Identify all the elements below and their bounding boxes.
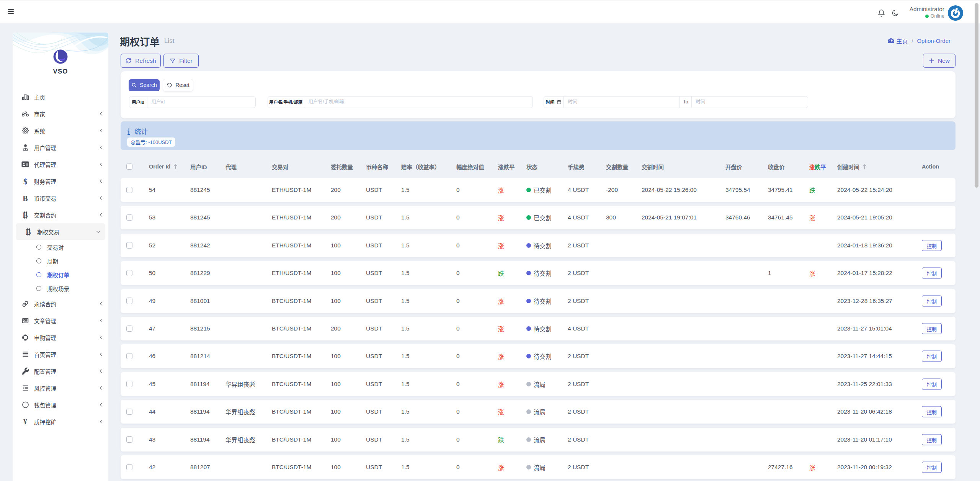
cell-fee: 4 USDT: [568, 214, 589, 221]
breadcrumb-home[interactable]: 主页: [897, 37, 908, 45]
column-header-user_id[interactable]: 用户ID: [190, 163, 207, 171]
status-dot: [526, 215, 531, 220]
column-header-amount[interactable]: 委托数量: [331, 163, 353, 171]
sidebar-item-label: 期权交易: [37, 228, 59, 236]
cell-coin: USDT: [366, 298, 382, 304]
sidebar-item-财务管理[interactable]: $财务管理: [13, 173, 108, 190]
column-header-open_price[interactable]: 开盘价: [725, 163, 742, 171]
row-checkbox[interactable]: [126, 214, 133, 221]
sidebar-subitem-交易对[interactable]: 交易对: [13, 240, 108, 254]
row-checkbox[interactable]: [126, 270, 133, 276]
cell-coin: USDT: [366, 187, 382, 193]
row-checkbox[interactable]: [126, 353, 133, 360]
sidebar-subitem-期权订单[interactable]: 期权订单: [13, 268, 108, 281]
cell-amplitude: 0: [456, 187, 460, 193]
sidebar-item-交割合约[interactable]: B交割合约: [13, 206, 108, 223]
column-header-status[interactable]: 状态: [526, 163, 537, 171]
time-from-input[interactable]: [564, 97, 680, 108]
sidebar-item-质押挖矿[interactable]: ¥质押挖矿: [13, 413, 108, 430]
column-header-delivery_qty[interactable]: 交割数量: [606, 163, 628, 171]
sidebar-item-代理管理[interactable]: 代理管理: [13, 156, 108, 173]
refresh-button[interactable]: Refresh: [121, 54, 161, 68]
column-header-order_id[interactable]: Order Id: [149, 164, 178, 170]
sort-up-icon[interactable]: [173, 164, 178, 169]
user-name-input[interactable]: [304, 97, 532, 108]
sidebar-subitem-期权场景[interactable]: 期权场景: [13, 281, 108, 295]
row-checkbox[interactable]: [126, 298, 133, 304]
control-button[interactable]: 控制: [922, 351, 942, 362]
status-dot: [526, 465, 531, 470]
sidebar-subitem-周期[interactable]: 周期: [13, 254, 108, 268]
control-button[interactable]: 控制: [922, 323, 942, 334]
control-button[interactable]: 控制: [922, 240, 942, 251]
row-checkbox[interactable]: [126, 409, 133, 415]
filter-user-name: 用户名/手机/邮箱: [268, 96, 533, 108]
sidebar-item-label: 质押挖矿: [34, 418, 56, 426]
avatar[interactable]: [948, 5, 963, 21]
cell-pair: BTC/USDT-1M: [272, 464, 311, 471]
select-all-checkbox[interactable]: [126, 164, 133, 170]
cell-pair: ETH/USDT-1M: [272, 242, 311, 249]
sidebar-item-配置管理[interactable]: 配置管理: [13, 363, 108, 380]
control-button[interactable]: 控制: [922, 406, 942, 417]
notifications-bell-icon[interactable]: [877, 9, 885, 17]
column-header-close_price[interactable]: 收盘价: [768, 163, 785, 171]
time-to-input[interactable]: [692, 97, 808, 108]
time-label: 时间: [544, 97, 564, 108]
user-name[interactable]: Administrator: [910, 6, 944, 13]
column-header-pair[interactable]: 交易对: [272, 163, 289, 171]
control-button[interactable]: 控制: [922, 434, 942, 445]
cell-order_id: 50: [149, 270, 155, 276]
row-checkbox[interactable]: [126, 436, 133, 443]
sidebar-item-用户管理[interactable]: 用户管理: [13, 139, 108, 156]
control-button[interactable]: 控制: [922, 462, 942, 473]
control-button[interactable]: 控制: [922, 268, 942, 279]
sidebar-item-钱包管理[interactable]: 钱包管理: [13, 396, 108, 413]
column-header-agent[interactable]: 代理: [225, 163, 237, 171]
column-header-action[interactable]: Action: [922, 164, 939, 170]
filter-button[interactable]: Filter: [163, 54, 199, 68]
column-header-side[interactable]: 涨跌平: [498, 163, 515, 171]
column-header-odds[interactable]: 赔率（收益率）: [401, 163, 440, 171]
sidebar-item-首页管理[interactable]: 首页管理: [13, 346, 108, 363]
cell-order_id: 44: [149, 408, 155, 415]
menu-toggle-icon[interactable]: [8, 9, 14, 14]
sort-up-icon[interactable]: [862, 164, 867, 169]
sidebar-item-期权交易[interactable]: B期权交易: [16, 223, 105, 240]
link-icon: [21, 300, 29, 308]
control-button[interactable]: 控制: [922, 295, 942, 306]
cell-fee: 2 USDT: [568, 242, 589, 249]
new-button[interactable]: New: [923, 54, 956, 68]
dark-mode-moon-icon[interactable]: [891, 9, 899, 17]
sidebar-item-币币交易[interactable]: B币币交易: [13, 190, 108, 206]
top-navbar: Administrator Online: [0, 0, 980, 23]
reset-button[interactable]: Reset: [163, 79, 193, 91]
sidebar-item-系统[interactable]: 系统: [13, 122, 108, 139]
table-row-45: 45881194华昇组丧彪BTC/USDT-1M100USDT1.50涨流局2 …: [121, 372, 956, 396]
page-scrollbar[interactable]: [975, 3, 978, 188]
sidebar-item-主页[interactable]: 主页: [13, 88, 108, 105]
row-checkbox[interactable]: [126, 464, 133, 471]
column-header-delivery_time[interactable]: 交割时间: [642, 163, 664, 171]
control-button[interactable]: 控制: [922, 378, 942, 389]
row-checkbox[interactable]: [126, 381, 133, 387]
sidebar-item-永续合约[interactable]: 永续合约: [13, 295, 108, 312]
row-checkbox[interactable]: [126, 187, 133, 193]
sidebar-item-申购管理[interactable]: 申购管理: [13, 329, 108, 346]
sidebar-item-商家[interactable]: 商家: [13, 105, 108, 122]
search-button[interactable]: Search: [129, 79, 160, 91]
column-header-amplitude[interactable]: 幅度绝对值: [456, 163, 484, 171]
column-header-side2[interactable]: 涨跌平: [809, 163, 826, 171]
cell-action: 控制: [922, 240, 942, 251]
plus-icon: [929, 58, 934, 64]
column-header-created[interactable]: 创建时间: [837, 163, 867, 171]
sidebar-item-文章管理[interactable]: 文章管理: [13, 312, 108, 329]
row-checkbox[interactable]: [126, 326, 133, 332]
row-checkbox[interactable]: [126, 242, 133, 249]
cell-order_id: 52: [149, 242, 155, 249]
sidebar-item-风控管理[interactable]: 风控管理: [13, 380, 108, 396]
user-id-input[interactable]: [147, 97, 255, 108]
column-header-coin[interactable]: 币种名称: [366, 163, 388, 171]
column-header-fee[interactable]: 手续费: [568, 163, 585, 171]
cell-coin: USDT: [366, 436, 382, 443]
